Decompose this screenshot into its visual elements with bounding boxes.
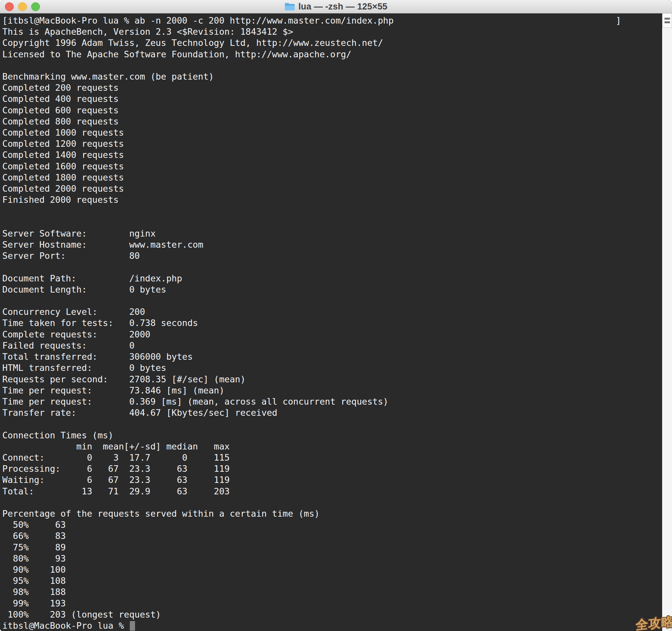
traffic-lights bbox=[5, 2, 40, 11]
close-button[interactable] bbox=[5, 2, 14, 11]
terminal-output: [itbsl@MacBook-Pro lua % ab -n 2000 -c 2… bbox=[0, 14, 662, 620]
titlebar[interactable]: lua — -zsh — 125×55 bbox=[0, 0, 672, 14]
terminal-cursor bbox=[130, 621, 135, 631]
window-title: lua — -zsh — 125×55 bbox=[298, 2, 387, 12]
split-bar-icon bbox=[665, 21, 670, 23]
terminal-window: lua — -zsh — 125×55 [itbsl@MacBook-Pro l… bbox=[0, 0, 672, 631]
split-pane-button[interactable] bbox=[662, 14, 672, 28]
terminal-content[interactable]: [itbsl@MacBook-Pro lua % ab -n 2000 -c 2… bbox=[0, 14, 662, 631]
zoom-button[interactable] bbox=[31, 2, 40, 11]
title-group: lua — -zsh — 125×55 bbox=[285, 2, 387, 12]
prompt-line: itbsl@MacBook-Pro lua % bbox=[0, 620, 662, 631]
folder-icon[interactable] bbox=[285, 2, 295, 11]
scrollbar[interactable] bbox=[662, 14, 672, 631]
minimize-button[interactable] bbox=[18, 2, 27, 11]
prompt-text: itbsl@MacBook-Pro lua % bbox=[2, 621, 129, 631]
split-bar-icon bbox=[665, 18, 670, 20]
